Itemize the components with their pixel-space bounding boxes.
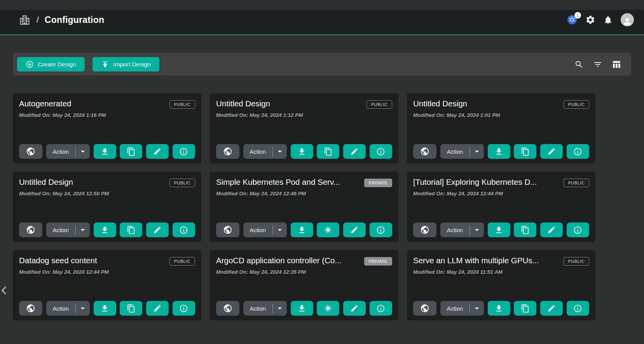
copy-icon	[521, 147, 530, 156]
modified-date: Modified On: May 24, 2024 11:51 AM	[413, 269, 589, 275]
info-button[interactable]	[173, 144, 195, 159]
edit-button[interactable]	[146, 222, 169, 237]
copy-button[interactable]	[514, 301, 536, 316]
card-action-bar: Action	[19, 222, 195, 237]
edit-button[interactable]	[540, 222, 563, 237]
copy-icon	[324, 147, 333, 156]
design-card: Simple Kubernetes Pod and Serv... PRIVAT…	[210, 172, 398, 242]
create-design-button[interactable]: Create Design	[17, 57, 85, 71]
edit-button[interactable]	[540, 144, 563, 159]
action-label: Action	[46, 227, 75, 233]
copy-button[interactable]	[120, 222, 142, 237]
info-button[interactable]	[370, 144, 392, 159]
download-button[interactable]	[488, 222, 510, 237]
visibility-badge: PUBLIC	[367, 100, 392, 109]
copy-button[interactable]	[120, 301, 142, 316]
globe-visibility-button[interactable]	[216, 301, 239, 316]
design-card: ArgoCD application controller (Co... PRI…	[210, 250, 398, 320]
design-title: [Tutorial] Exploring Kubernetes D...	[413, 177, 537, 187]
action-split-button[interactable]: Action	[46, 222, 90, 237]
edit-button[interactable]	[343, 144, 366, 159]
chevron-down-icon[interactable]	[273, 225, 287, 235]
action-split-button[interactable]: Action	[46, 144, 90, 159]
edit-button[interactable]	[540, 301, 563, 316]
copy-button[interactable]	[514, 222, 536, 237]
globe-visibility-button[interactable]	[216, 222, 239, 237]
visibility-badge: PUBLIC	[564, 257, 589, 266]
action-split-button[interactable]: Action	[440, 222, 484, 237]
design-title: Serve an LLM with multiple GPUs...	[413, 256, 539, 265]
chevron-down-icon[interactable]	[273, 147, 287, 156]
info-button[interactable]	[370, 222, 392, 237]
chevron-down-icon[interactable]	[76, 147, 90, 156]
download-button[interactable]	[291, 144, 313, 159]
action-split-button[interactable]: Action	[243, 222, 287, 237]
action-split-button[interactable]: Action	[243, 301, 287, 316]
download-button[interactable]	[291, 301, 313, 316]
globe-visibility-button[interactable]	[216, 144, 239, 159]
design-title: Untitled Design	[413, 99, 467, 108]
copy-icon	[127, 147, 136, 156]
modified-date: Modified On: May 24, 2024 1:12 PM	[216, 112, 392, 118]
chevron-down-icon[interactable]	[470, 147, 484, 156]
design-title: Untitled Design	[19, 177, 73, 187]
globe-visibility-button[interactable]	[413, 301, 436, 316]
info-button[interactable]	[370, 301, 392, 316]
action-split-button[interactable]: Action	[46, 301, 90, 316]
info-button[interactable]	[567, 222, 589, 237]
copy-button[interactable]	[514, 144, 536, 159]
copy-button[interactable]	[317, 144, 339, 159]
action-split-button[interactable]: Action	[440, 301, 484, 316]
action-split-button[interactable]: Action	[243, 144, 287, 159]
chevron-down-icon[interactable]	[470, 225, 484, 235]
chevron-down-icon[interactable]	[470, 304, 484, 313]
page-title: Configuration	[45, 15, 104, 25]
edit-button[interactable]	[146, 144, 169, 159]
globe-visibility-button[interactable]	[19, 144, 42, 159]
copy-button[interactable]	[120, 144, 142, 159]
download-button[interactable]	[94, 144, 116, 159]
user-avatar[interactable]	[621, 13, 634, 26]
import-design-label: Import Design	[113, 61, 150, 68]
edit-button[interactable]	[343, 301, 366, 316]
action-label: Action	[243, 148, 272, 155]
info-button[interactable]	[567, 301, 589, 316]
upload-icon	[101, 60, 109, 68]
visibility-badge: PUBLIC	[169, 100, 195, 109]
import-design-button[interactable]: Import Design	[92, 57, 159, 71]
globe-visibility-button[interactable]	[413, 222, 436, 237]
search-icon[interactable]	[574, 60, 584, 69]
download-button[interactable]	[94, 222, 116, 237]
action-split-button[interactable]: Action	[440, 144, 484, 159]
swirl-button[interactable]	[317, 301, 339, 316]
swirl-button[interactable]	[317, 222, 339, 237]
download-button[interactable]	[291, 222, 313, 237]
swirl-icon	[323, 304, 333, 313]
building-icon[interactable]	[19, 14, 31, 26]
chevron-down-icon[interactable]	[76, 304, 90, 313]
download-button[interactable]	[488, 144, 510, 159]
copy-icon	[127, 226, 136, 235]
card-action-bar: Action	[216, 222, 392, 237]
settings-gear-icon[interactable]	[585, 15, 595, 25]
edit-button[interactable]	[146, 301, 169, 316]
visibility-badge: PUBLIC	[169, 179, 195, 187]
notifications-bell-icon[interactable]	[603, 15, 613, 25]
info-button[interactable]	[173, 222, 195, 237]
globe-visibility-button[interactable]	[413, 144, 436, 159]
filter-icon[interactable]	[593, 60, 602, 69]
sidebar-collapse-chevron[interactable]	[1, 286, 7, 295]
download-button[interactable]	[488, 301, 510, 316]
visibility-badge: PRIVATE	[364, 179, 392, 187]
chevron-down-icon[interactable]	[76, 225, 90, 235]
design-card: Untitled Design PUBLIC Modified On: May …	[13, 172, 201, 242]
globe-visibility-button[interactable]	[19, 301, 42, 316]
chevron-down-icon[interactable]	[273, 304, 287, 313]
info-button[interactable]	[567, 144, 589, 159]
edit-button[interactable]	[343, 222, 366, 237]
download-button[interactable]	[94, 301, 116, 316]
kubernetes-context-icon[interactable]: 1	[567, 14, 578, 25]
info-button[interactable]	[173, 301, 195, 316]
globe-visibility-button[interactable]	[19, 222, 42, 237]
table-view-icon[interactable]	[612, 60, 621, 69]
